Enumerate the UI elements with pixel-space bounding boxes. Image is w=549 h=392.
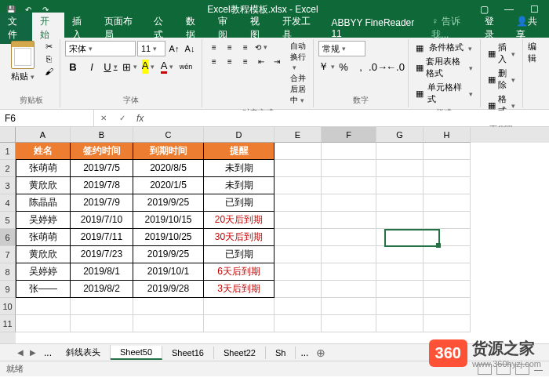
format-painter-icon[interactable]: 🖌 xyxy=(42,66,55,77)
row-header[interactable]: 6 xyxy=(0,229,16,246)
cell[interactable] xyxy=(133,298,204,315)
cell[interactable]: 未到期 xyxy=(204,160,274,177)
cell[interactable] xyxy=(274,160,322,177)
indent-inc-icon[interactable]: ⇥ xyxy=(270,55,284,67)
cell[interactable]: 2019/8/1 xyxy=(71,263,133,281)
cell[interactable]: 到期时间 xyxy=(133,143,204,160)
merge-center-button[interactable]: 合并后居中 xyxy=(290,73,308,106)
cell[interactable] xyxy=(376,281,424,298)
percent-icon[interactable]: % xyxy=(336,59,351,74)
cell[interactable]: 2019/9/28 xyxy=(133,281,204,298)
spreadsheet-grid[interactable]: 1 2 3 4 5 6 7 8 9 10 11 A B C D E F G H … xyxy=(0,127,549,343)
cell[interactable]: 2019/10/25 xyxy=(133,229,204,246)
cell[interactable]: 6天后到期 xyxy=(204,263,274,281)
increase-font-icon[interactable]: A↑ xyxy=(167,42,181,56)
cell[interactable] xyxy=(274,229,322,246)
row-header[interactable]: 11 xyxy=(0,315,16,332)
cell[interactable]: 已到期 xyxy=(204,194,274,212)
row-header[interactable]: 9 xyxy=(0,281,16,298)
cell[interactable] xyxy=(424,315,471,332)
sheet-nav-prev-icon[interactable]: ◀ xyxy=(14,348,27,357)
cell[interactable] xyxy=(376,143,424,160)
cell[interactable] xyxy=(376,315,424,332)
cell[interactable] xyxy=(424,212,471,229)
cell[interactable]: 2020/8/5 xyxy=(133,160,204,177)
cell[interactable] xyxy=(71,315,133,332)
cell[interactable] xyxy=(376,298,424,315)
row-header[interactable]: 4 xyxy=(0,194,16,212)
cell[interactable]: 2019/7/23 xyxy=(71,246,133,263)
cell[interactable]: 张—— xyxy=(16,281,71,298)
sheet-nav-next-icon[interactable]: ▶ xyxy=(27,348,39,357)
cell[interactable] xyxy=(322,263,376,281)
cell[interactable] xyxy=(376,246,424,263)
cell[interactable] xyxy=(71,298,133,315)
italic-button[interactable]: I xyxy=(84,59,100,74)
cell[interactable] xyxy=(322,298,376,315)
decrease-font-icon[interactable]: A↓ xyxy=(183,42,197,56)
cell[interactable]: 姓名 xyxy=(16,143,71,160)
cell[interactable] xyxy=(274,194,322,212)
font-size-select[interactable]: 11 xyxy=(137,41,165,56)
cell-styles-button[interactable]: ▦单元格样式 xyxy=(413,81,475,106)
cell[interactable] xyxy=(322,315,376,332)
wrap-text-button[interactable]: 自动换行 xyxy=(290,41,308,71)
cut-icon[interactable]: ✂ xyxy=(42,41,55,52)
copy-icon[interactable]: ⎘ xyxy=(42,53,55,64)
phonetic-icon[interactable]: wén xyxy=(178,59,194,74)
col-header[interactable]: A xyxy=(16,127,71,143)
cell[interactable]: 黄欣欣 xyxy=(16,177,71,194)
dec-decimal-icon[interactable]: ←.0 xyxy=(387,59,403,74)
cell[interactable]: 2019/9/25 xyxy=(133,246,204,263)
cell[interactable] xyxy=(424,281,471,298)
cell[interactable] xyxy=(322,281,376,298)
cell[interactable]: 20天后到期 xyxy=(204,212,274,229)
fx-icon[interactable]: fx xyxy=(132,113,148,124)
cell[interactable] xyxy=(16,315,71,332)
col-header[interactable]: B xyxy=(71,127,133,143)
cell[interactable]: 2019/7/8 xyxy=(71,177,133,194)
row-header[interactable]: 1 xyxy=(0,143,16,160)
row-header[interactable]: 7 xyxy=(0,246,16,263)
cell[interactable] xyxy=(274,263,322,281)
formula-input[interactable] xyxy=(148,111,549,125)
name-box[interactable]: F6 xyxy=(0,110,94,126)
col-header[interactable]: E xyxy=(274,127,322,143)
sheet-tab[interactable]: Sheet22 xyxy=(214,347,266,359)
cell[interactable] xyxy=(424,246,471,263)
sheet-tab[interactable]: Sh xyxy=(266,347,296,359)
cell[interactable] xyxy=(274,177,322,194)
cell[interactable] xyxy=(376,177,424,194)
cell[interactable]: 2019/9/25 xyxy=(133,194,204,212)
enter-formula-icon[interactable]: ✓ xyxy=(113,114,132,122)
col-header[interactable]: C xyxy=(133,127,204,143)
cell[interactable] xyxy=(274,315,322,332)
row-header[interactable]: 2 xyxy=(0,160,16,177)
cell[interactable] xyxy=(376,263,424,281)
cell[interactable] xyxy=(274,281,322,298)
cell[interactable]: 2019/8/2 xyxy=(71,281,133,298)
table-format-button[interactable]: ▦套用表格格式 xyxy=(413,55,475,80)
cell[interactable]: 黄欣欣 xyxy=(16,246,71,263)
border-button[interactable]: ⊞ xyxy=(122,59,137,74)
cell[interactable] xyxy=(424,160,471,177)
cell[interactable] xyxy=(322,229,376,246)
row-header[interactable]: 5 xyxy=(0,212,16,229)
row-header[interactable]: 8 xyxy=(0,263,16,281)
cell[interactable] xyxy=(424,143,471,160)
cell[interactable] xyxy=(274,212,322,229)
cell[interactable]: 吴婷婷 xyxy=(16,263,71,281)
cell[interactable] xyxy=(424,177,471,194)
cell[interactable] xyxy=(204,315,274,332)
orientation-icon[interactable]: ⟲ xyxy=(254,41,268,53)
sheet-tab-more[interactable]: ... xyxy=(296,346,313,360)
insert-cells-button[interactable]: ▦插入 xyxy=(485,41,518,66)
delete-cells-button[interactable]: ▦删除 xyxy=(485,67,518,92)
col-header[interactable]: D xyxy=(204,127,274,143)
cell[interactable] xyxy=(424,229,471,246)
cell[interactable] xyxy=(133,315,204,332)
tab-abbyy[interactable]: ABBYY FineReader 11 xyxy=(323,15,424,42)
cell[interactable]: 2019/7/10 xyxy=(71,212,133,229)
underline-button[interactable]: U xyxy=(103,59,118,74)
cell[interactable]: 张萌萌 xyxy=(16,229,71,246)
